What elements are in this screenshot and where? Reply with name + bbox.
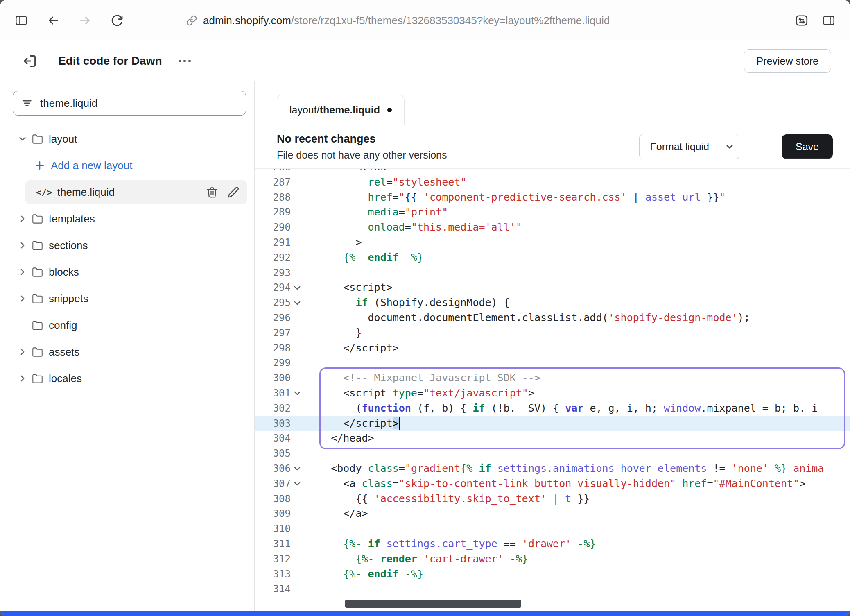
rename-file-button[interactable] — [227, 186, 240, 198]
code-line[interactable]: 314 — [255, 582, 850, 597]
reload-button[interactable] — [110, 13, 124, 28]
code-file-icon: </> — [36, 187, 52, 197]
code-line[interactable]: 306 <body class="gradient{% if settings.… — [255, 461, 850, 476]
chevron-down-icon[interactable] — [18, 135, 27, 143]
format-liquid-button[interactable]: Format liquid — [639, 134, 740, 159]
back-button[interactable] — [46, 13, 61, 28]
code-line[interactable]: 287 rel="stylesheet" — [255, 175, 850, 190]
sidebar-item-locales[interactable]: locales — [0, 367, 254, 390]
chevron-right-icon[interactable] — [18, 348, 27, 356]
folder-icon — [32, 213, 43, 224]
chevron-right-icon[interactable] — [18, 294, 27, 303]
code-line[interactable]: 312 {%- render 'cart-drawer' -%} — [255, 552, 850, 567]
editor-panel: layout/theme.liquid No recent changes Fi… — [255, 81, 850, 611]
code-line[interactable]: 295 if (Shopify.designMode) { — [255, 295, 850, 310]
file-search-box[interactable] — [13, 91, 246, 116]
sidebar-toggle-right-icon[interactable] — [821, 13, 836, 28]
fold-spacer — [291, 341, 304, 356]
fold-chevron-icon[interactable] — [291, 461, 304, 476]
sidebar-item-assets[interactable]: assets — [0, 340, 254, 364]
url-bar[interactable]: admin.shopify.com/store/rzq1xu-f5/themes… — [186, 14, 610, 27]
add-layout-button[interactable]: Add a new layout — [0, 154, 254, 177]
code-line[interactable]: 305 — [255, 446, 850, 461]
delete-file-button[interactable] — [206, 186, 218, 198]
status-subtitle: File does not have any other versions — [277, 149, 639, 161]
code-line[interactable]: 291 > — [255, 235, 850, 250]
code-line[interactable]: 302 (function (f, b) { if (!b.__SV) { va… — [255, 401, 850, 416]
fold-chevron-icon[interactable] — [291, 476, 304, 491]
sidebar-item-snippets[interactable]: snippets — [0, 287, 254, 310]
fold-spacer — [291, 401, 304, 416]
sidebar-item-config[interactable]: config — [0, 313, 254, 337]
code-line[interactable]: 303 </script> — [255, 416, 850, 431]
code-line[interactable]: 288 href="{{ 'component-predictive-searc… — [255, 190, 850, 205]
code-line[interactable]: 286 <link — [255, 169, 850, 175]
code-line[interactable]: 290 onload="this.media='all'" — [255, 220, 850, 235]
code-line[interactable]: 292 {%- endif -%} — [255, 250, 850, 265]
code-line[interactable]: 304 </head> — [255, 431, 850, 446]
fold-spacer — [291, 506, 304, 521]
tab-theme-liquid[interactable]: layout/theme.liquid — [277, 95, 405, 125]
unsaved-changes-dot — [387, 108, 392, 112]
page-settings-icon[interactable] — [794, 13, 809, 28]
forward-button[interactable] — [78, 13, 93, 28]
code-line[interactable]: 310 — [255, 521, 850, 537]
code-editor[interactable]: 286 <link287 rel="stylesheet"288 href="{… — [255, 169, 850, 611]
sidebar-toggle-left-icon[interactable] — [14, 13, 29, 28]
file-search-input[interactable] — [39, 97, 237, 110]
more-options-button[interactable] — [174, 56, 195, 66]
line-number: 295 — [255, 295, 291, 310]
code-line[interactable]: 309 </a> — [255, 506, 850, 521]
url-text: admin.shopify.com/store/rzq1xu-f5/themes… — [203, 14, 610, 27]
code-line[interactable]: 308 {{ 'accessibility.skip_to_text' | t … — [255, 491, 850, 507]
chevron-right-icon[interactable] — [18, 215, 27, 223]
file-tree: layout Add a new layout </> theme.liquid — [0, 127, 254, 390]
fold-spacer — [291, 220, 304, 235]
exit-editor-button[interactable] — [22, 53, 38, 69]
clipped-next-line — [345, 600, 521, 608]
code-line[interactable]: 311 {%- if settings.cart_type == 'drawer… — [255, 537, 850, 552]
fold-spacer — [291, 582, 304, 597]
line-number: 308 — [255, 491, 291, 507]
preview-store-button[interactable]: Preview store — [744, 49, 831, 73]
fold-spacer — [291, 356, 304, 371]
code-line[interactable]: 300 <!-- Mixpanel Javascript SDK --> — [255, 371, 850, 386]
status-title: No recent changes — [277, 133, 639, 145]
code-line[interactable]: 313 {%- endif -%} — [255, 567, 850, 582]
sidebar-item-blocks[interactable]: blocks — [0, 260, 254, 284]
code-line[interactable]: 296 document.documentElement.classList.a… — [255, 310, 850, 326]
folder-icon — [32, 134, 43, 145]
fold-spacer — [291, 310, 304, 326]
fold-spacer — [291, 250, 304, 265]
save-button[interactable]: Save — [782, 134, 833, 159]
code-line[interactable]: 298 </script> — [255, 341, 850, 356]
code-line[interactable]: 293 — [255, 265, 850, 281]
line-number: 286 — [255, 169, 291, 175]
sidebar-item-sections[interactable]: sections — [0, 233, 254, 257]
sidebar-item-templates[interactable]: templates — [0, 207, 254, 231]
format-dropdown-button[interactable] — [720, 134, 739, 159]
folder-icon — [32, 373, 43, 384]
code-line[interactable]: 301 <script type="text/javascript"> — [255, 386, 850, 401]
line-number: 293 — [255, 265, 291, 281]
sidebar-item-theme-liquid[interactable]: </> theme.liquid — [25, 180, 247, 204]
chevron-right-icon[interactable] — [18, 374, 27, 383]
fold-chevron-icon[interactable] — [291, 280, 304, 295]
chevron-right-icon[interactable] — [18, 268, 27, 276]
line-number: 290 — [255, 220, 291, 235]
editor-tab-bar: layout/theme.liquid — [255, 81, 850, 125]
code-line[interactable]: 289 media="print" — [255, 205, 850, 220]
code-line[interactable]: 307 <a class="skip-to-content-link butto… — [255, 476, 850, 491]
code-line[interactable]: 297 } — [255, 326, 850, 341]
fold-chevron-icon[interactable] — [291, 295, 304, 310]
sidebar-item-layout[interactable]: layout — [0, 127, 254, 151]
line-number: 312 — [255, 552, 291, 567]
line-number: 314 — [255, 582, 291, 597]
fold-chevron-icon[interactable] — [291, 386, 304, 401]
code-line[interactable]: 294 <script> — [255, 280, 850, 295]
folder-icon — [32, 346, 43, 358]
chevron-right-icon[interactable] — [18, 241, 27, 249]
browser-window: admin.shopify.com/store/rzq1xu-f5/themes… — [0, 0, 850, 616]
code-line[interactable]: 299 — [255, 356, 850, 371]
line-number: 292 — [255, 250, 291, 265]
